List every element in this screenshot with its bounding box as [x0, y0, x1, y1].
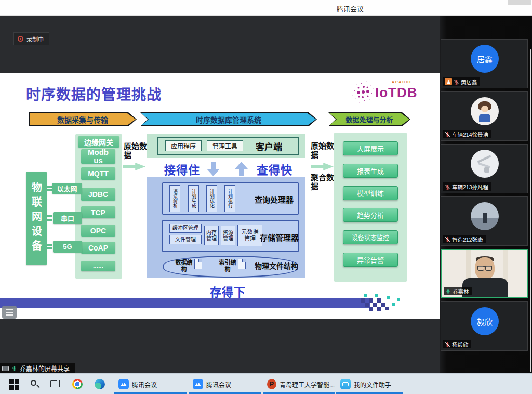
muted-mic-icon	[454, 79, 459, 85]
document-icon	[238, 259, 246, 269]
file-structure-label: 物理文件结构	[255, 262, 298, 270]
muted-mic-icon	[445, 237, 450, 242]
taskbar-app-tencent-meeting-1[interactable]: 腾讯会议	[114, 374, 187, 394]
participant-tile-huangjuxin[interactable]: 居鑫 黄居鑫	[441, 39, 528, 88]
link-serial: 串口	[53, 212, 82, 224]
document-icon	[194, 259, 202, 269]
store-word: 存得下	[210, 283, 246, 299]
participant-tile-xujinghao[interactable]: 车辆214徐景浩	[441, 91, 528, 141]
sm-memory: 内存管理	[204, 226, 219, 245]
fs-index-structure: 索引结构	[218, 259, 237, 272]
recording-badge[interactable]: 录制中	[13, 32, 49, 45]
active-mic-icon	[445, 288, 451, 294]
participant-name-tag: 车辆213孙凡程	[443, 182, 491, 191]
link-connector	[46, 186, 52, 191]
file-assistant-icon	[340, 379, 351, 389]
participant-tile-qiaojialin[interactable]: 乔嘉林	[441, 249, 528, 298]
list-lines-icon	[6, 309, 13, 310]
record-icon	[18, 36, 23, 42]
avatar-photo	[471, 202, 499, 230]
raw-data-label-right: 原始数据	[311, 141, 335, 160]
avatar-sketch	[471, 150, 499, 178]
link-ethernet: 以太网	[52, 183, 82, 194]
qp-module-parse: 语法解析	[169, 185, 180, 212]
edge-icon[interactable]	[95, 379, 105, 389]
iotdb-starburst-icon	[362, 90, 365, 94]
taskbar-app-label: 青岛理工大学智能...	[280, 380, 335, 389]
avatar-cartoon	[471, 97, 499, 125]
client-label: 客户端	[256, 140, 282, 153]
agg-data-label: 聚合数据	[311, 173, 335, 191]
taskbar-app-tencent-meeting-2[interactable]: 腾讯会议	[189, 374, 261, 394]
monitor-icon	[2, 366, 9, 371]
fs-data-structure: 数据结构	[175, 259, 193, 272]
slide-footer-bar	[0, 298, 370, 308]
iotdb-logo: APACHE IoTDB	[354, 80, 427, 106]
app-model-training: 模型训练	[343, 186, 398, 200]
app-device-monitor: 设备状态监控	[343, 230, 398, 244]
protocol-more: ......	[81, 261, 115, 271]
up-arrow-icon	[235, 162, 248, 176]
window-titlebar: 腾讯会议	[0, 0, 532, 16]
participant-name-tag: 黄居鑫	[443, 77, 480, 86]
window-controls-stub[interactable]	[508, 0, 531, 5]
presentation-slide: 时序数据的管理挑战 APACHE IoTDB 数据采集与传输 时序数据库管理系统…	[0, 73, 440, 319]
app-dashboard: 大屏展示	[343, 141, 398, 155]
flow-arrow-left	[123, 162, 145, 171]
powerpoint-icon: P	[267, 379, 276, 389]
app-alert: 异常告警	[343, 253, 398, 267]
banner-tsdb-system: 时序数据库管理系统	[140, 112, 317, 126]
qp-module-optimize: 计划优化	[206, 185, 217, 212]
link-5g: 5G	[53, 241, 82, 253]
participant-tile-zhangkang[interactable]: 智造212张康	[441, 196, 528, 246]
protocol-tcp: TCP	[81, 206, 115, 218]
iotdb-name: IoTDB	[375, 85, 418, 101]
protocol-opc: OPC	[81, 225, 115, 237]
active-mic-icon	[11, 365, 17, 371]
client-app-chip: 应用程序	[165, 140, 202, 151]
taskbar-app-label: 我的文件助手	[354, 380, 391, 389]
participant-name: 杨毅欣	[452, 340, 469, 348]
protocol-modbus: Modbus	[81, 149, 115, 164]
iot-devices-box: 物联网设备	[26, 172, 47, 265]
start-button[interactable]	[9, 379, 19, 389]
apache-label: APACHE	[392, 80, 413, 84]
client-tool-chip: 管理工具	[207, 140, 243, 151]
tencent-meeting-icon	[193, 379, 203, 389]
gateway-title: 边缘网关	[78, 136, 119, 148]
taskbar-app-powerpoint[interactable]: P 青岛理工大学智能...	[263, 374, 335, 394]
share-banner-text: 乔嘉林的屏幕共享	[20, 364, 70, 373]
meeting-window: 腾讯会议 录制中 时序数据的管理挑战 APACHE IoTDB 数据采集与传输 …	[0, 0, 532, 394]
avatar: 毅欣	[471, 307, 499, 335]
app-trend-analysis: 趋势分析	[343, 208, 398, 222]
protocol-coap: CoAP	[81, 242, 115, 254]
participant-tile-yangyixin[interactable]: 毅欣 杨毅欣	[441, 301, 528, 351]
participant-sidebar: 居鑫 黄居鑫 车辆214徐景浩	[440, 16, 532, 373]
annotation-toolbar-handle[interactable]	[2, 306, 17, 319]
muted-mic-icon	[445, 342, 450, 347]
participant-name-tag: 杨毅欣	[443, 340, 471, 348]
taskbar-app-label: 腾讯会议	[132, 380, 157, 389]
raw-data-label-left: 原始数据	[124, 142, 148, 160]
participant-name: 车辆214徐景浩	[452, 130, 488, 138]
protocol-mqtt: MQTT	[81, 167, 115, 180]
participant-tile-sunfancheng[interactable]: 车辆213孙凡程	[441, 144, 528, 193]
sm-file: 文件管理	[169, 235, 202, 244]
avatar: 居鑫	[471, 45, 499, 73]
window-title: 腾讯会议	[337, 4, 364, 14]
sm-resource: 资源管理	[221, 226, 235, 245]
participant-name-tag: 智造212张康	[443, 235, 486, 243]
query-processor-label: 查询处理器	[255, 194, 294, 205]
search-icon[interactable]	[30, 379, 40, 389]
tencent-meeting-icon	[118, 379, 129, 389]
sidebar-scrollbar[interactable]	[530, 49, 531, 372]
banner-data-analysis: 数据处理与分析	[328, 112, 410, 126]
taskbar-app-file-assistant[interactable]: 我的文件助手	[336, 374, 403, 394]
task-view-icon[interactable]	[49, 379, 60, 389]
link-connector	[46, 244, 52, 249]
chrome-icon[interactable]	[72, 379, 83, 389]
screen-share-banner: 乔嘉林的屏幕共享	[0, 363, 75, 373]
flow-arrow-right	[311, 162, 334, 171]
slide-title: 时序数据的管理挑战	[26, 83, 162, 104]
muted-mic-icon	[445, 132, 450, 137]
